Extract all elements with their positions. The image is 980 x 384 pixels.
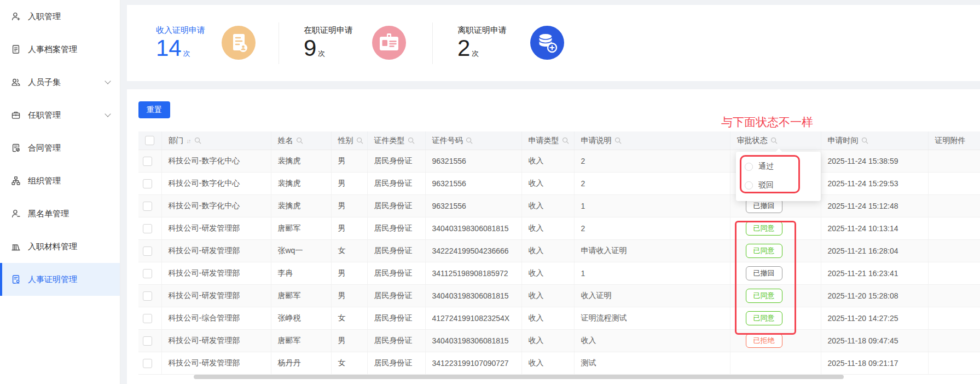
column-header-time[interactable]: 申请时间: [821, 131, 928, 150]
cell-select: [138, 217, 161, 240]
column-header-name[interactable]: 姓名: [271, 131, 331, 150]
cell-status: [730, 352, 821, 375]
cell-id_type: 居民身份证: [367, 262, 425, 285]
row-checkbox[interactable]: [143, 247, 152, 256]
row-checkbox[interactable]: [143, 314, 152, 323]
sidebar-item-label: 合同管理: [28, 143, 61, 153]
stat-card-title: 收入证明申请: [156, 25, 216, 36]
sidebar-item-materials[interactable]: 入职材料管理: [0, 230, 120, 263]
income-doc-icon: [222, 26, 256, 60]
sidebar-item-label: 入职材料管理: [28, 242, 77, 252]
row-checkbox[interactable]: [143, 224, 152, 233]
header-content: 申请时间: [828, 136, 928, 146]
annotation-note: 与下面状态不一样: [721, 114, 813, 130]
table-row: 科技公司-数字化中心裴擒虎男居民身份证96321556收入22025-11-24…: [138, 150, 980, 173]
sidebar-item-onboarding[interactable]: 入职管理: [0, 0, 120, 33]
table-header-row: 部门↓↑姓名性别证件类型证件号码申请类型申请说明审批状态申请时间证明附件: [138, 131, 980, 150]
cell-name: 张wq一: [271, 240, 331, 262]
stat-card-unit: 次: [472, 49, 479, 58]
cell-dept: 科技公司-研发管理部: [161, 262, 271, 285]
sidebar-item-positions[interactable]: 任职管理: [0, 99, 120, 131]
row-checkbox[interactable]: [143, 269, 152, 278]
sidebar-item-certificates[interactable]: 人事证明管理: [0, 263, 120, 296]
table-row: 科技公司-研发管理部杨丹丹女居民身份证341223199107090727收入测…: [138, 352, 980, 375]
cell-time: 2025-11-21 16:23:41: [821, 262, 928, 285]
briefcase-icon: [11, 110, 21, 120]
search-icon[interactable]: [562, 137, 569, 144]
column-header-id_type[interactable]: 证件类型: [367, 131, 425, 150]
search-icon[interactable]: [408, 137, 415, 144]
cell-dept: 科技公司-综合管理部: [161, 307, 271, 330]
sidebar-item-label: 人事证明管理: [28, 274, 77, 285]
row-checkbox[interactable]: [143, 336, 152, 346]
search-icon[interactable]: [614, 137, 622, 144]
sidebar-item-label: 人员子集: [28, 77, 61, 88]
search-icon[interactable]: [861, 137, 868, 144]
horizontal-scrollbar[interactable]: [194, 375, 844, 379]
column-header-dept[interactable]: 部门↓↑: [161, 131, 271, 150]
column-header-apply_desc[interactable]: 申请说明: [574, 131, 730, 150]
reset-button[interactable]: 重置: [138, 101, 170, 118]
row-checkbox[interactable]: [143, 157, 152, 166]
cell-apply_desc: 2: [574, 173, 730, 195]
column-header-status[interactable]: 审批状态: [730, 131, 821, 150]
cell-attachment: [928, 307, 980, 330]
sidebar: 入职管理人事档案管理人员子集任职管理合同管理组织管理黑名单管理入职材料管理人事证…: [0, 0, 120, 384]
row-checkbox[interactable]: [143, 359, 152, 368]
sidebar-item-label: 黑名单管理: [28, 209, 69, 219]
search-icon[interactable]: [296, 137, 303, 144]
column-header-select[interactable]: [138, 131, 161, 150]
main-panel: 重置 与下面状态不一样 部门↓↑姓名性别证件类型证件号码申请类型申请说明审批状态…: [127, 89, 980, 384]
cell-id_type: 居民身份证: [367, 352, 425, 375]
cell-name: 裴擒虎: [271, 150, 331, 173]
header-content: 申请说明: [581, 136, 730, 146]
row-checkbox[interactable]: [143, 202, 152, 211]
column-header-gender[interactable]: 性别: [331, 131, 367, 150]
cell-id_type: 居民身份证: [367, 195, 425, 217]
stat-card-income[interactable]: 收入证明申请14次: [127, 25, 279, 60]
cell-id_no: 41272419910823254X: [425, 307, 521, 330]
column-header-id_no[interactable]: 证件号码: [425, 131, 521, 150]
status-badge: 已撤回: [746, 199, 782, 213]
table-row: 科技公司-研发管理部唐郦军男居民身份证340403198306081815收入2…: [138, 217, 980, 240]
annotation-box-statuses: [735, 221, 796, 335]
cell-apply_desc: 测试: [574, 352, 730, 375]
column-label: 申请时间: [828, 136, 859, 146]
search-icon[interactable]: [356, 137, 363, 144]
cell-dept: 科技公司-数字化中心: [161, 150, 271, 173]
cell-id_no: 340403198306081815: [425, 330, 521, 352]
header-content: 姓名: [278, 136, 331, 146]
stat-card-resignation[interactable]: 离职证明申请2次: [433, 25, 564, 60]
select-all-checkbox[interactable]: [145, 136, 154, 145]
sidebar-item-subsets[interactable]: 人员子集: [0, 66, 120, 99]
row-checkbox[interactable]: [143, 179, 152, 188]
column-label: 部门: [169, 136, 184, 146]
cell-gender: 男: [331, 217, 367, 240]
search-icon[interactable]: [770, 137, 778, 144]
sidebar-item-contracts[interactable]: 合同管理: [0, 131, 120, 164]
cell-attachment: [928, 262, 980, 285]
search-icon[interactable]: [466, 137, 473, 144]
sidebar-item-organization[interactable]: 组织管理: [0, 164, 120, 197]
column-header-apply_type[interactable]: 申请类型: [521, 131, 574, 150]
cell-select: [138, 195, 161, 217]
sort-icon[interactable]: ↓↑: [187, 137, 190, 144]
stat-card-employment[interactable]: 在职证明申请9次: [279, 25, 432, 60]
user-add-icon: [11, 12, 21, 21]
table-row: 科技公司-研发管理部唐郦军男居民身份证340403198306081815收入收…: [138, 285, 980, 307]
stat-card-title: 离职证明申请: [457, 25, 518, 36]
cell-select: [138, 307, 161, 330]
cell-gender: 男: [331, 150, 367, 173]
cell-name: 唐郦军: [271, 217, 331, 240]
cell-id_no: 341223199107090727: [425, 352, 521, 375]
search-icon[interactable]: [194, 137, 201, 144]
row-checkbox[interactable]: [143, 291, 152, 301]
certificate-icon: [11, 274, 21, 284]
sidebar-item-archives[interactable]: 人事档案管理: [0, 33, 120, 66]
header-content: 证件号码: [432, 136, 521, 146]
cell-apply_desc: 2: [574, 217, 730, 240]
cell-gender: 女: [331, 352, 367, 375]
sidebar-item-blacklist[interactable]: 黑名单管理: [0, 197, 120, 230]
sidebar-item-label: 入职管理: [28, 12, 61, 22]
cell-gender: 男: [331, 285, 367, 307]
